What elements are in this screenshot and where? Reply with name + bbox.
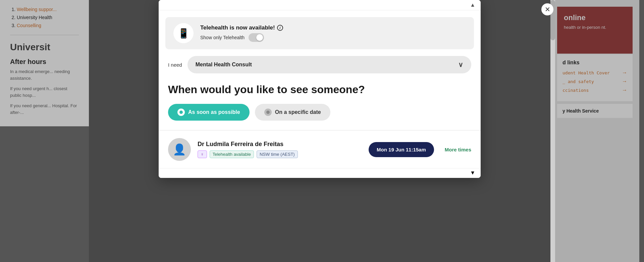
telehealth-banner: 📱 Telehealth is now available! i Show on… [165, 17, 474, 49]
bg-right-top: online health or in-person nt. [557, 7, 633, 54]
phone-icon: 📱 [178, 28, 190, 39]
more-times-link[interactable]: More times [445, 147, 471, 152]
scroll-down-icon: ▼ [470, 170, 475, 176]
arrow-icon-1: → [622, 70, 627, 76]
toggle-thumb [256, 34, 263, 41]
telehealth-title-text: Telehealth is now available! [200, 24, 275, 31]
bg-link-vaccinations[interactable]: ccinations [562, 88, 589, 93]
bg-right-footer-text: y Health Service [562, 108, 599, 114]
arrow-icon-2: → [622, 78, 627, 84]
bg-right-link-1: udent Health Cover → [562, 70, 627, 76]
close-button[interactable]: ✕ [541, 3, 553, 15]
bg-right-links-title: d links [562, 60, 627, 66]
arrow-icon-3: → [622, 87, 627, 93]
radio-date-dot [266, 111, 270, 114]
options-row: As soon as possible On a specific date [168, 104, 471, 121]
telehealth-toggle[interactable] [249, 33, 264, 42]
scroll-up-icon: ▲ [470, 2, 475, 8]
bg-link-1[interactable]: Wellbeing suppor... [17, 7, 57, 12]
background-right: online health or in-person nt. d links u… [550, 0, 639, 262]
telehealth-toggle-row: Show only Telehealth [200, 33, 466, 42]
doctor-telehealth-tag: Telehealth available [210, 150, 254, 158]
when-section: When would you like to see someone? As s… [159, 80, 481, 130]
scroll-down-area: ▼ [159, 168, 481, 178]
when-title: When would you like to see someone? [168, 83, 471, 96]
doctor-avatar: 👤 [168, 138, 191, 161]
background-left: Wellbeing suppor... University Health Co… [0, 0, 89, 126]
bg-right-subtitle: health or in-person nt. [564, 25, 626, 30]
doctor-gender-tag: ♀ [198, 150, 207, 158]
bg-para-2: If you need urgent h... closest public h… [10, 85, 79, 99]
gender-icon: ♀ [201, 152, 204, 157]
i-need-row: I need Mental Health Consult ∨ [159, 56, 481, 80]
doctor-location-tag: NSW time (AEST) [257, 150, 298, 158]
doctor-name: Dr Ludmila Ferreira de Freitas [198, 141, 362, 148]
book-button[interactable]: Mon 19 Jun 11:15am [369, 142, 434, 157]
modal-overlay: ▲ 📱 Telehealth is now available! i Show … [89, 0, 550, 262]
bg-right-footer: y Health Service [557, 104, 633, 118]
telehealth-text-wrap: Telehealth is now available! i Show only… [200, 24, 466, 42]
bg-section-title: After hours [10, 58, 79, 66]
option-asap-label: As soon as possible [188, 109, 240, 115]
bg-right-link-2: _ and safety → [562, 78, 627, 84]
avatar-icon: 👤 [173, 143, 186, 156]
doctor-tags: ♀ Telehealth available NSW time (AEST) [198, 150, 362, 158]
bg-para-1: In a medical emerge... needing assistanc… [10, 68, 79, 81]
telehealth-toggle-label: Show only Telehealth [200, 35, 245, 40]
doctor-card: 👤 Dr Ludmila Ferreira de Freitas ♀ Teleh… [159, 131, 481, 168]
phone-icon-wrap: 📱 [173, 23, 194, 43]
chevron-down-icon: ∨ [458, 61, 463, 69]
bg-right-links: d links udent Health Cover → _ and safet… [557, 54, 633, 101]
bg-para-3: If you need general... Hospital. For aft… [10, 103, 79, 116]
radio-asap-dot [179, 111, 183, 114]
info-icon[interactable]: i [277, 25, 283, 31]
bg-right-title: online [564, 13, 626, 22]
scroll-up-area: ▲ [159, 0, 481, 10]
doctor-info: Dr Ludmila Ferreira de Freitas ♀ Telehea… [198, 141, 362, 158]
telehealth-title: Telehealth is now available! i [200, 24, 466, 31]
option-specific-date[interactable]: On a specific date [255, 104, 330, 121]
radio-asap-circle [177, 109, 185, 116]
i-need-dropdown[interactable]: Mental Health Consult ∨ [187, 56, 471, 73]
i-need-dropdown-value: Mental Health Consult [196, 62, 252, 68]
bg-link-safety[interactable]: _ and safety [562, 79, 594, 84]
bg-link-cover[interactable]: udent Health Cover [562, 70, 610, 75]
scrollbar[interactable] [550, 0, 555, 262]
i-need-label: I need [168, 62, 182, 68]
modal-dialog: ▲ 📱 Telehealth is now available! i Show … [159, 0, 481, 178]
bg-link-3[interactable]: Counselling [17, 23, 41, 28]
bg-right-link-3: ccinations → [562, 87, 627, 93]
radio-date-circle [264, 109, 272, 116]
option-asap[interactable]: As soon as possible [168, 104, 250, 121]
option-date-label: On a specific date [275, 109, 321, 115]
bg-text-2: University Health [17, 15, 52, 20]
bg-heading: Universit [10, 42, 79, 53]
